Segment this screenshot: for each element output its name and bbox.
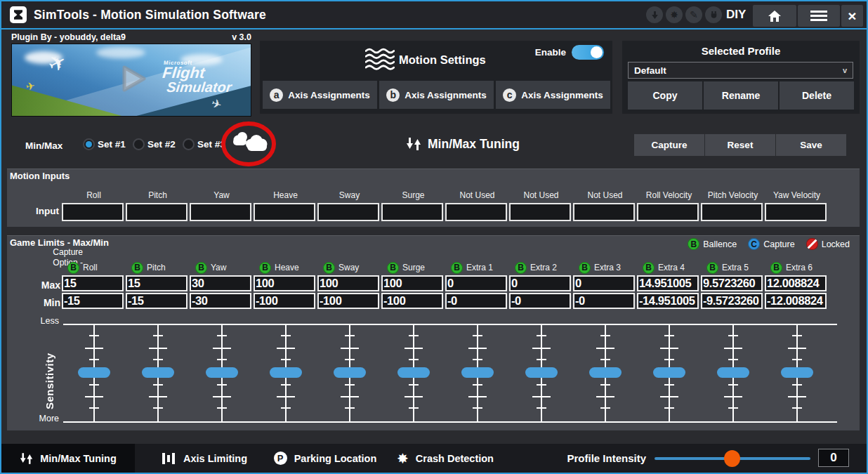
save-button[interactable]: Save (776, 134, 846, 156)
min-limit-field[interactable] (126, 293, 188, 309)
sensitivity-slider[interactable] (765, 324, 829, 421)
sensitivity-slider[interactable] (126, 324, 190, 421)
motion-input-field[interactable] (765, 203, 827, 221)
slider-tick (345, 359, 355, 360)
radio-icon[interactable] (133, 138, 145, 150)
game-limit-column-header: BExtra 4 (637, 260, 701, 275)
min-limit-field[interactable] (573, 293, 635, 309)
min-limit-field[interactable] (509, 293, 571, 309)
slider-handle[interactable] (461, 367, 494, 378)
sensitivity-slider[interactable] (509, 324, 573, 421)
slider-handle[interactable] (717, 367, 749, 378)
max-limit-field[interactable] (190, 275, 251, 291)
sensitivity-slider[interactable] (62, 324, 126, 421)
profile-delete-button[interactable]: Delete (780, 81, 854, 110)
min-limit-field[interactable] (637, 293, 699, 309)
profile-rename-button[interactable]: Rename (704, 81, 778, 110)
min-limit-field[interactable] (62, 293, 124, 309)
set-radio-label: Set #2 (147, 139, 176, 150)
profile-intensity-handle[interactable] (724, 450, 740, 467)
home-button[interactable] (753, 5, 796, 27)
profile-dropdown[interactable]: Default v (628, 62, 853, 79)
tab-crash-detection[interactable]: ✸Crash Detection (389, 444, 501, 473)
profile-dropdown-value: Default (634, 65, 666, 76)
motion-input-field[interactable] (381, 203, 443, 221)
motion-input-field[interactable] (445, 203, 507, 221)
slider-handle[interactable] (78, 367, 110, 378)
max-limit-field[interactable] (573, 275, 635, 291)
motion-input-field[interactable] (254, 203, 315, 221)
min-limit-field[interactable] (190, 293, 251, 309)
capture-button[interactable]: Capture (634, 134, 704, 156)
sensitivity-slider[interactable] (317, 324, 381, 421)
axis-assignments-button-b[interactable]: bAxis Assignments (379, 81, 494, 109)
game-limit-column: BExtra 5 (701, 260, 765, 310)
set-radio-option-set-1[interactable]: Set #1 (83, 138, 128, 150)
slider-handle[interactable] (781, 367, 813, 378)
motion-input-field[interactable] (317, 203, 379, 221)
plug-icon[interactable] (705, 6, 722, 23)
reset-button[interactable]: Reset (705, 134, 775, 156)
sensitivity-slider[interactable] (381, 324, 445, 421)
min-limit-field[interactable] (317, 293, 379, 309)
slider-handle[interactable] (142, 367, 174, 378)
menu-button[interactable] (798, 5, 840, 27)
tab-axis-limiting[interactable]: Axis Limiting (145, 444, 263, 473)
game-limit-column: BHeave (254, 260, 317, 310)
max-limit-field[interactable] (254, 275, 315, 291)
max-limit-field[interactable] (62, 275, 124, 291)
max-limit-field[interactable] (317, 275, 379, 291)
tab-parking-location[interactable]: PParking Location (267, 444, 383, 473)
max-limit-field[interactable] (765, 275, 827, 291)
max-limit-field[interactable] (701, 275, 763, 291)
sensitivity-slider[interactable] (573, 324, 637, 421)
sensitivity-slider[interactable] (637, 324, 701, 421)
slider-handle[interactable] (334, 367, 366, 378)
min-row-label: Min (28, 295, 60, 311)
tab-min-max-tuning[interactable]: Min/Max Tuning (1, 444, 135, 473)
download-icon[interactable] (646, 6, 663, 23)
radio-icon[interactable] (183, 138, 195, 150)
max-limit-field[interactable] (509, 275, 571, 291)
slider-handle[interactable] (397, 367, 430, 378)
slider-handle[interactable] (589, 367, 622, 378)
max-limit-field[interactable] (445, 275, 507, 291)
enable-toggle[interactable] (572, 45, 604, 60)
sensitivity-slider[interactable] (190, 324, 254, 421)
clouds-icon[interactable] (221, 121, 277, 170)
motion-input-field[interactable] (509, 203, 571, 221)
sensitivity-slider[interactable] (445, 324, 509, 421)
max-limit-field[interactable] (126, 275, 188, 291)
max-limit-field[interactable] (381, 275, 443, 291)
motion-input-field[interactable] (62, 203, 124, 221)
set-radio-option-set-2[interactable]: Set #2 (133, 138, 178, 150)
slider-handle[interactable] (270, 367, 302, 378)
slider-tick (217, 335, 227, 336)
motion-input-field[interactable] (126, 203, 188, 221)
game-thumbnail[interactable]: ✈ ✈ ✈ Microsoft Flight Simulator (11, 44, 251, 117)
max-limit-field[interactable] (637, 275, 699, 291)
close-button[interactable]: × (841, 5, 863, 27)
axis-assignments-button-c[interactable]: cAxis Assignments (496, 81, 610, 109)
slider-handle[interactable] (206, 367, 238, 378)
motion-input-field[interactable] (701, 203, 763, 221)
motion-input-field[interactable] (190, 203, 251, 221)
sensitivity-slider[interactable] (701, 324, 765, 421)
min-limit-field[interactable] (765, 293, 827, 309)
slider-handle[interactable] (525, 367, 558, 378)
min-limit-field[interactable] (254, 293, 315, 309)
edit-icon[interactable]: ✎ (685, 6, 702, 23)
play-button-icon[interactable] (113, 60, 150, 100)
sensitivity-slider[interactable] (254, 324, 317, 421)
motion-input-field[interactable] (637, 203, 699, 221)
min-limit-field[interactable] (445, 293, 507, 309)
min-limit-field[interactable] (701, 293, 763, 309)
slider-handle[interactable] (653, 367, 685, 378)
min-limit-field[interactable] (381, 293, 443, 309)
radio-icon[interactable] (83, 138, 95, 150)
burst-icon[interactable]: ✸ (666, 6, 683, 23)
motion-input-field[interactable] (573, 203, 635, 221)
slider-tick (149, 396, 167, 397)
axis-assignments-button-a[interactable]: aAxis Assignments (263, 81, 377, 109)
profile-copy-button[interactable]: Copy (628, 81, 702, 110)
